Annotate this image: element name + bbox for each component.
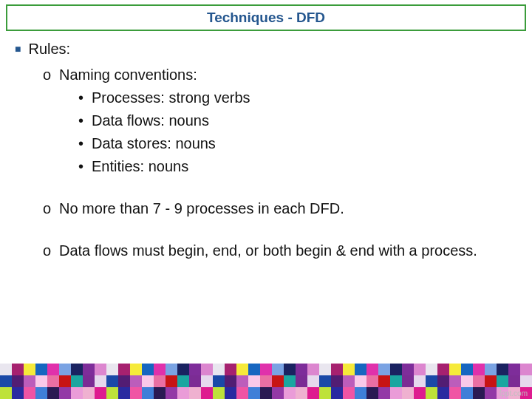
item-text: Naming conventions:	[59, 66, 197, 83]
item-text: Data flows must begin, end, or both begi…	[59, 242, 477, 259]
svg-rect-111	[248, 387, 261, 399]
svg-rect-29	[343, 364, 355, 376]
title-box: Techniques - DFD	[6, 4, 526, 31]
svg-rect-18	[213, 364, 225, 376]
svg-rect-30	[355, 364, 367, 376]
svg-rect-130	[473, 387, 485, 399]
svg-rect-125	[414, 387, 426, 399]
svg-rect-114	[284, 387, 296, 399]
svg-rect-14	[166, 364, 178, 376]
item-text: No more than 7 - 9 processes in each DFD…	[59, 200, 344, 216]
svg-rect-22	[260, 364, 273, 376]
content-area: ■Rules: o Naming conventions: • Processe…	[15, 41, 517, 261]
svg-rect-57	[142, 375, 154, 388]
svg-rect-112	[260, 387, 273, 399]
svg-rect-24	[284, 364, 296, 376]
svg-rect-67	[260, 375, 273, 388]
svg-rect-108	[213, 387, 225, 399]
svg-rect-86	[485, 375, 497, 388]
svg-rect-100	[118, 387, 131, 399]
svg-rect-8	[95, 364, 107, 376]
svg-rect-84	[461, 375, 474, 388]
svg-rect-66	[248, 375, 261, 388]
svg-rect-31	[366, 364, 379, 376]
svg-rect-102	[142, 387, 154, 399]
svg-rect-10	[118, 364, 131, 376]
svg-rect-115	[296, 387, 308, 399]
svg-rect-19	[225, 364, 237, 376]
svg-rect-47	[24, 375, 36, 388]
svg-rect-94	[47, 387, 60, 399]
svg-rect-9	[106, 364, 119, 376]
svg-rect-122	[378, 387, 391, 399]
svg-rect-85	[473, 375, 485, 388]
svg-rect-60	[177, 375, 190, 388]
svg-rect-75	[355, 375, 367, 388]
svg-rect-105	[177, 387, 190, 399]
spacer	[15, 219, 517, 235]
svg-rect-49	[47, 375, 60, 388]
svg-rect-91	[12, 387, 24, 399]
svg-rect-98	[95, 387, 107, 399]
svg-rect-36	[426, 364, 438, 376]
svg-rect-97	[83, 387, 95, 399]
list-subitem-entities: • Entities: nouns	[78, 157, 517, 177]
dot-bullet-icon: •	[78, 111, 83, 131]
svg-rect-56	[130, 375, 143, 388]
svg-rect-3	[35, 364, 48, 376]
svg-rect-72	[319, 375, 332, 388]
svg-rect-0	[0, 364, 13, 376]
svg-rect-32	[378, 364, 391, 376]
svg-rect-33	[390, 364, 403, 376]
svg-rect-2	[24, 364, 36, 376]
list-item-naming: o Naming conventions:	[43, 65, 517, 85]
svg-rect-4	[47, 364, 60, 376]
svg-rect-117	[319, 387, 332, 399]
list-subitem-dataflows: • Data flows: nouns	[78, 111, 517, 131]
list-item-flows-rule: o Data flows must begin, end, or both be…	[43, 241, 517, 261]
svg-rect-52	[83, 375, 95, 388]
svg-rect-65	[236, 375, 249, 388]
svg-rect-93	[35, 387, 48, 399]
dot-bullet-icon: •	[78, 134, 83, 154]
svg-rect-21	[248, 364, 261, 376]
spacer	[15, 177, 517, 193]
svg-rect-50	[59, 375, 72, 388]
svg-rect-51	[71, 375, 83, 388]
square-bullet-icon: ■	[15, 43, 21, 55]
svg-rect-59	[166, 375, 178, 388]
dot-bullet-icon: •	[78, 157, 83, 177]
svg-rect-6	[71, 364, 83, 376]
svg-rect-109	[225, 387, 237, 399]
svg-rect-70	[296, 375, 308, 388]
svg-rect-68	[272, 375, 284, 388]
slide-title: Techniques - DFD	[207, 10, 325, 26]
svg-rect-17	[201, 364, 214, 376]
svg-rect-55	[118, 375, 131, 388]
svg-rect-118	[331, 387, 344, 399]
svg-rect-61	[189, 375, 202, 388]
svg-rect-53	[95, 375, 107, 388]
svg-rect-43	[508, 364, 521, 376]
svg-rect-73	[331, 375, 344, 388]
svg-rect-74	[343, 375, 355, 388]
svg-rect-76	[366, 375, 379, 388]
svg-rect-39	[461, 364, 474, 376]
svg-rect-82	[437, 375, 450, 388]
dot-bullet-icon: •	[78, 88, 83, 108]
svg-rect-48	[35, 375, 48, 388]
svg-rect-79	[402, 375, 415, 388]
svg-rect-83	[449, 375, 462, 388]
svg-rect-1	[12, 364, 24, 376]
svg-rect-5	[59, 364, 72, 376]
svg-rect-127	[437, 387, 450, 399]
svg-rect-90	[0, 387, 13, 399]
svg-rect-13	[154, 364, 166, 376]
svg-rect-99	[106, 387, 119, 399]
svg-rect-116	[307, 387, 320, 399]
svg-rect-40	[473, 364, 485, 376]
svg-rect-124	[402, 387, 415, 399]
svg-rect-28	[331, 364, 344, 376]
svg-rect-88	[508, 375, 521, 388]
subitem-text: Processes: strong verbs	[92, 89, 250, 106]
